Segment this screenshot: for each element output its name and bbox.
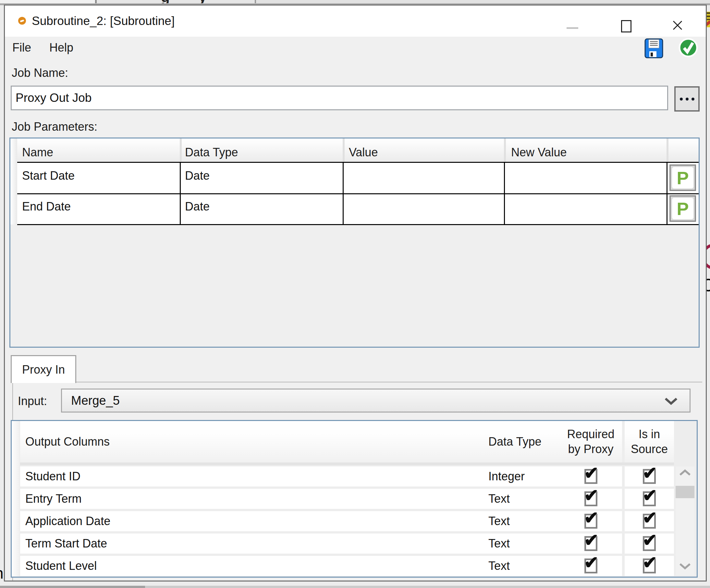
background-bottom-strip [145, 586, 710, 588]
in-source-checkbox-cell: ✔ [625, 511, 674, 531]
parameter-p-glyph: P [672, 167, 693, 189]
required-checkbox[interactable]: ✔ [585, 559, 597, 573]
dot [686, 98, 689, 101]
parameter-p-glyph: P [672, 198, 693, 219]
required-checkbox[interactable]: ✔ [585, 536, 597, 551]
menu-file[interactable]: File [12, 41, 31, 54]
validate-button[interactable] [678, 38, 698, 59]
column-header-output-columns[interactable]: Output Columns [20, 421, 488, 463]
param-value-cell[interactable] [349, 197, 479, 216]
output-column-name[interactable]: Student ID [20, 466, 488, 487]
param-type-cell[interactable]: Date [185, 197, 210, 216]
output-column-type[interactable]: Text [486, 489, 560, 509]
output-column-name[interactable]: Entry Term [20, 489, 488, 509]
input-source-value: Merge_5 [71, 390, 120, 412]
output-column-type[interactable]: Integer [486, 466, 560, 487]
scrollbar-track[interactable] [676, 466, 694, 575]
scrollbar-down-button[interactable] [679, 562, 691, 571]
check-icon: ✔ [642, 552, 656, 573]
param-name-cell[interactable]: End Date [22, 197, 71, 216]
in-source-checkbox[interactable]: ✔ [643, 469, 656, 484]
param-name-cell[interactable]: Start Date [22, 166, 75, 185]
required-checkbox[interactable]: ✔ [585, 469, 597, 484]
job-parameters-label: Job Parameters: [12, 120, 97, 133]
in-source-checkbox[interactable]: ✔ [643, 514, 656, 529]
check-icon: ✔ [584, 485, 598, 506]
screen: g y C n Subroutine_2: [Subroutine] File … [0, 0, 710, 588]
check-icon: ✔ [642, 463, 656, 483]
row-header-strip [10, 139, 18, 224]
column-header-data-type[interactable]: Data Type [185, 139, 238, 162]
scrollbar-thumb[interactable] [676, 486, 694, 498]
column-header-required-by-proxy[interactable]: Required by Proxy [560, 421, 622, 463]
in-source-checkbox[interactable]: ✔ [643, 536, 656, 551]
column-header-data-type[interactable]: Data Type [486, 421, 560, 463]
app-icon-mark [20, 20, 24, 22]
required-checkbox-cell: ✔ [560, 466, 622, 487]
background-bottom-strip [0, 586, 145, 588]
required-checkbox[interactable]: ✔ [585, 514, 597, 529]
in-source-checkbox[interactable]: ✔ [643, 559, 656, 573]
job-name-label: Job Name: [12, 66, 68, 80]
column-header-new-value[interactable]: New Value [511, 139, 567, 162]
close-button[interactable] [672, 20, 683, 31]
background-tab [97, 0, 255, 3]
parameter-picker-button[interactable]: P [669, 165, 696, 191]
input-source-dropdown[interactable]: Merge_5 [61, 389, 690, 413]
window-title: Subroutine_2: [Subroutine] [32, 14, 174, 28]
tab-separator [255, 0, 256, 3]
parameter-picker-button[interactable]: P [669, 195, 696, 222]
output-column-type[interactable]: Text [486, 556, 560, 576]
check-icon: ✔ [584, 530, 598, 550]
output-column-name[interactable]: Student Level [20, 556, 488, 576]
in-source-checkbox-cell: ✔ [625, 466, 674, 487]
in-source-checkbox[interactable]: ✔ [643, 491, 656, 506]
minimize-button[interactable] [567, 27, 578, 29]
in-source-checkbox-cell: ✔ [625, 534, 674, 554]
grid-line [666, 162, 667, 225]
menu-help[interactable]: Help [49, 41, 73, 54]
close-icon [672, 20, 683, 31]
param-value-cell[interactable] [349, 166, 479, 185]
check-circle-icon [678, 38, 698, 58]
clipped-tab-text: y [198, 0, 206, 3]
app-icon [18, 17, 26, 25]
param-new-value-cell[interactable] [511, 197, 641, 216]
output-column-name[interactable]: Application Date [20, 511, 488, 531]
grid-line [17, 193, 699, 194]
save-button[interactable] [644, 38, 663, 60]
header-separator [504, 139, 506, 162]
required-checkbox-cell: ✔ [560, 556, 622, 576]
output-column-type[interactable]: Text [486, 511, 560, 531]
check-icon: ✔ [584, 508, 598, 528]
scrollbar-up-button[interactable] [679, 469, 691, 478]
job-name-input[interactable]: Proxy Out Job [11, 85, 668, 110]
browse-button[interactable] [674, 86, 700, 112]
column-header-value[interactable]: Value [349, 139, 378, 162]
column-header-is-in-source[interactable]: Is in Source [625, 421, 674, 463]
row-header-strip [12, 421, 20, 577]
param-type-cell[interactable]: Date [185, 166, 210, 185]
grid-line [180, 162, 181, 225]
column-header-name[interactable]: Name [22, 139, 53, 162]
background-window-strip: g y [0, 0, 710, 3]
floppy-disk-icon [644, 38, 663, 58]
dot [691, 98, 694, 101]
maximize-button[interactable] [621, 20, 632, 32]
tab-proxy-in[interactable]: Proxy In [11, 355, 76, 383]
grid-line [17, 162, 699, 163]
dot [680, 98, 683, 101]
check-icon: ✔ [584, 552, 598, 573]
header-separator [343, 139, 345, 162]
header-separator [180, 139, 182, 162]
in-source-checkbox-cell: ✔ [625, 489, 674, 509]
output-column-name[interactable]: Term Start Date [20, 534, 488, 554]
grid-line [17, 224, 699, 225]
input-label: Input: [18, 394, 47, 408]
param-new-value-cell[interactable] [511, 166, 641, 185]
check-icon: ✔ [642, 530, 656, 550]
output-column-type[interactable]: Text [486, 534, 560, 554]
required-checkbox[interactable]: ✔ [585, 491, 597, 506]
check-icon: ✔ [642, 508, 656, 528]
in-source-checkbox-cell: ✔ [625, 556, 674, 576]
